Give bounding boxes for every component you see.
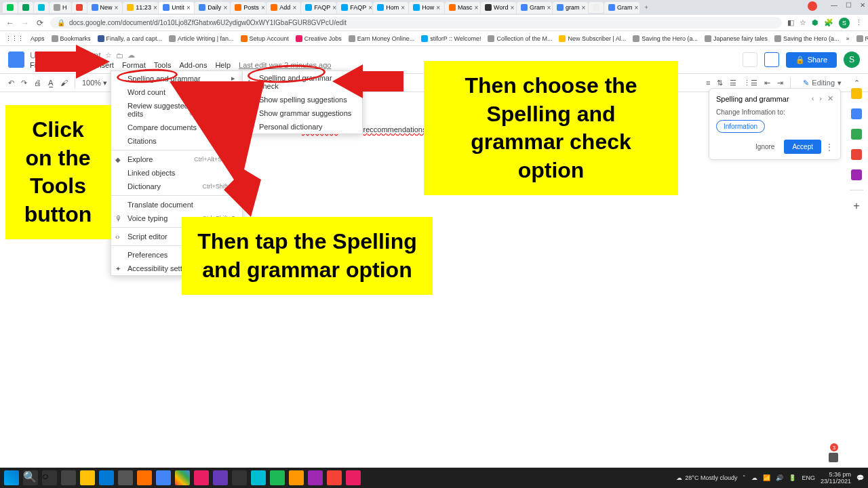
app-icon[interactable]: [346, 470, 361, 485]
app-icon[interactable]: [251, 470, 266, 485]
bookmark[interactable]: Earn Money Online...: [349, 35, 415, 42]
notification-badge[interactable]: 3: [830, 443, 838, 451]
cloud-icon[interactable]: ☁: [127, 51, 135, 60]
clock-date[interactable]: 23/11/2021: [821, 478, 851, 485]
prev-icon[interactable]: ‹: [812, 94, 814, 103]
bookmark[interactable]: Finally, a card capt...: [98, 35, 162, 42]
bookmark[interactable]: Creative Jobs: [296, 35, 342, 42]
tab[interactable]: Posts×: [231, 2, 266, 14]
bookmark[interactable]: Bookmarks: [52, 35, 91, 42]
editing-mode-button[interactable]: ✎Editing ▾: [797, 77, 847, 89]
avatar-icon[interactable]: S: [839, 18, 850, 28]
tab[interactable]: [3, 2, 18, 13]
tab[interactable]: [589, 2, 604, 13]
tab[interactable]: Daily×: [195, 2, 230, 14]
tab[interactable]: [72, 2, 87, 13]
reading-list[interactable]: Reading list: [856, 35, 868, 42]
present-icon[interactable]: [764, 52, 779, 67]
app-icon[interactable]: [327, 470, 342, 485]
tab[interactable]: FAQP×: [301, 2, 336, 14]
language-indicator[interactable]: ENG: [802, 474, 815, 481]
bookmark[interactable]: Apps: [31, 35, 45, 42]
maximize-icon[interactable]: ☐: [846, 1, 852, 11]
extension-icon[interactable]: ⬢: [812, 18, 818, 27]
star-icon[interactable]: ☆: [800, 18, 806, 27]
apps-icon[interactable]: ⋮⋮⋮: [5, 35, 24, 42]
explore-button[interactable]: [829, 453, 838, 462]
zoom-select[interactable]: 100% ▾: [82, 79, 107, 87]
app-icon[interactable]: [308, 470, 323, 485]
app-icon[interactable]: [80, 470, 95, 485]
app-icon[interactable]: [289, 470, 304, 485]
volume-icon[interactable]: 🔊: [776, 474, 783, 481]
add-icon[interactable]: +: [853, 200, 859, 212]
next-icon[interactable]: ›: [819, 94, 822, 103]
app-icon[interactable]: [99, 470, 114, 485]
tab[interactable]: [34, 2, 49, 13]
contacts-icon[interactable]: [851, 149, 862, 160]
app-icon[interactable]: [156, 470, 171, 485]
move-icon[interactable]: 🗀: [116, 52, 123, 60]
onedrive-icon[interactable]: ☁: [751, 474, 757, 481]
tab[interactable]: Masc×: [445, 2, 480, 14]
tab-active[interactable]: Untit×: [159, 2, 194, 14]
docs-logo-icon[interactable]: [8, 52, 24, 68]
app-icon[interactable]: [232, 470, 247, 485]
new-tab-button[interactable]: +: [640, 1, 652, 14]
collapse-icon[interactable]: ⌃: [854, 79, 860, 87]
menu-format[interactable]: Format: [122, 61, 146, 69]
bookmark[interactable]: Setup Account: [241, 35, 289, 42]
suggestion-chip[interactable]: Information: [716, 120, 765, 133]
tab[interactable]: Word×: [481, 2, 516, 14]
indent-icon[interactable]: ⇥: [777, 79, 783, 87]
close-icon[interactable]: ×: [436, 4, 440, 12]
app-icon[interactable]: [213, 470, 228, 485]
maps-icon[interactable]: [851, 169, 862, 180]
extension-icon[interactable]: ◧: [787, 18, 794, 27]
search-icon[interactable]: 🔍: [23, 470, 38, 485]
reload-icon[interactable]: ⟳: [35, 18, 45, 28]
bookmark[interactable]: stiforP :: Welcome!: [421, 35, 481, 42]
weather-widget[interactable]: ☁28°C Mostly cloudy: [676, 474, 737, 481]
bookmark[interactable]: Saving the Hero (a...: [633, 35, 698, 42]
tab[interactable]: Gram×: [604, 2, 639, 14]
notifications-icon[interactable]: 💬: [856, 474, 864, 481]
close-icon[interactable]: ×: [547, 4, 551, 12]
task-view-icon[interactable]: [61, 470, 76, 485]
start-icon[interactable]: [4, 470, 19, 485]
accept-button[interactable]: Accept: [784, 140, 821, 154]
tab[interactable]: Add×: [267, 2, 300, 14]
chrome-icon[interactable]: [175, 470, 190, 485]
tab[interactable]: 11:23×: [123, 2, 158, 14]
close-icon[interactable]: ×: [635, 4, 639, 12]
close-icon[interactable]: ×: [186, 4, 191, 12]
tab[interactable]: [18, 2, 33, 13]
misspelled-word[interactable]: reccommendations: [363, 125, 427, 134]
close-icon[interactable]: ×: [368, 4, 372, 12]
tab[interactable]: H: [50, 2, 71, 13]
close-icon[interactable]: ×: [115, 4, 119, 12]
bookmark[interactable]: Collection of the M...: [488, 35, 552, 42]
print-icon[interactable]: 🖨: [34, 79, 41, 87]
menu-tools[interactable]: Tools: [154, 61, 172, 69]
menu-addons[interactable]: Add-ons: [179, 61, 207, 69]
list-icon[interactable]: ☰: [730, 79, 736, 87]
forward-icon[interactable]: →: [20, 18, 30, 28]
close-icon[interactable]: ✕: [827, 94, 833, 103]
extension-icon[interactable]: 🧩: [824, 18, 833, 27]
cortana-icon[interactable]: ○: [42, 470, 57, 485]
profile-icon[interactable]: [808, 1, 817, 11]
tab[interactable]: New×: [87, 2, 123, 14]
battery-icon[interactable]: 🔋: [789, 474, 796, 481]
url-input[interactable]: 🔒 docs.google.com/document/d/1o10Ljo8ZfG…: [50, 17, 782, 28]
close-icon[interactable]: ×: [582, 4, 586, 12]
spellcheck-icon[interactable]: A̲: [48, 79, 54, 87]
tab[interactable]: gram×: [553, 2, 588, 14]
close-icon[interactable]: ×: [332, 4, 336, 12]
bookmark[interactable]: Article Writing | fan...: [169, 35, 234, 42]
close-icon[interactable]: ×: [510, 4, 514, 12]
tab[interactable]: Hom×: [373, 2, 408, 14]
more-bookmarks-icon[interactable]: »: [846, 35, 850, 42]
close-icon[interactable]: ×: [261, 4, 265, 12]
clock-time[interactable]: 5:36 pm: [821, 471, 851, 478]
